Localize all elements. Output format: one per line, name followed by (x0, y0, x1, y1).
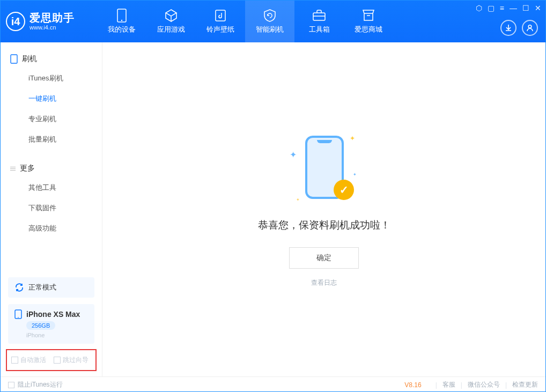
sidebar-heading-more[interactable]: 更多 (1, 159, 102, 177)
device-type: iPhone (26, 332, 45, 338)
shop-icon (361, 9, 375, 23)
sidebar-item-batch-flash[interactable]: 批量刷机 (1, 129, 102, 150)
nav-label: 我的设备 (108, 25, 136, 34)
music-icon (213, 9, 227, 23)
separator: | (436, 381, 437, 389)
sparkle-icon: ✦ (350, 135, 355, 142)
success-illustration: ✦ ✦ ✦ ✦ ✓ (286, 131, 361, 206)
phone-icon (115, 9, 129, 23)
auto-activate-checkbox[interactable]: 自动激活 (11, 356, 46, 365)
sidebar-item-other-tools[interactable]: 其他工具 (1, 177, 102, 198)
footer-link-update[interactable]: 检查更新 (512, 380, 538, 389)
toolbox-icon (312, 9, 326, 23)
menu-icon[interactable]: ≡ (500, 4, 504, 12)
mode-label: 正常模式 (28, 283, 56, 292)
nav-apps-games[interactable]: 应用游戏 (146, 1, 196, 42)
app-url: www.i4.cn (29, 24, 75, 31)
window-controls: ⬡ ▢ ≡ — ☐ ✕ (476, 4, 541, 12)
nav-label: 应用游戏 (157, 25, 185, 34)
nav-smart-flash[interactable]: 智能刷机 (245, 1, 294, 42)
list-icon (10, 167, 16, 171)
sparkle-icon: ✦ (290, 150, 297, 160)
version-label: V8.16 (404, 381, 421, 389)
app-name: 爱思助手 (29, 12, 75, 24)
sidebar-item-advanced[interactable]: 高级功能 (1, 218, 102, 239)
block-itunes-checkbox[interactable]: 阻止iTunes运行 (8, 380, 63, 389)
logo-icon: i4 (6, 12, 25, 31)
nav-label: 智能刷机 (256, 25, 284, 34)
device-icon (14, 309, 22, 319)
sparkle-icon: ✦ (296, 197, 300, 202)
device-capacity: 256GB (26, 321, 55, 330)
nav-toolbox[interactable]: 工具箱 (294, 1, 344, 42)
device-info-card[interactable]: iPhone XS Max 256GB iPhone (8, 304, 94, 344)
footer-link-wechat[interactable]: 微信公众号 (468, 380, 500, 389)
nav-shop[interactable]: 爱思商城 (344, 1, 393, 42)
sidebar-section-more: 更多 其他工具 下载固件 高级功能 (1, 152, 102, 241)
maximize-icon[interactable]: ☐ (522, 4, 529, 12)
body: 刷机 iTunes刷机 一键刷机 专业刷机 批量刷机 更多 其他工具 下载固件 … (1, 42, 545, 376)
confirm-button[interactable]: 确定 (289, 247, 359, 269)
nav-label: 爱思商城 (355, 25, 382, 34)
skip-guide-checkbox[interactable]: 跳过向导 (54, 356, 88, 365)
skin-icon[interactable]: ⬡ (476, 4, 482, 12)
view-log-link[interactable]: 查看日志 (311, 278, 337, 287)
footer-link-support[interactable]: 客服 (442, 380, 455, 389)
checkbox-label: 自动激活 (20, 356, 46, 365)
checkbox-icon (11, 357, 18, 364)
download-button[interactable] (500, 20, 517, 36)
checkbox-label: 阻止iTunes运行 (18, 380, 63, 389)
sidebar: 刷机 iTunes刷机 一键刷机 专业刷机 批量刷机 更多 其他工具 下载固件 … (1, 42, 102, 376)
svg-point-4 (528, 25, 532, 28)
main-content: ✦ ✦ ✦ ✦ ✓ 恭喜您，保资料刷机成功啦！ 确定 查看日志 (102, 42, 545, 376)
sidebar-item-pro-flash[interactable]: 专业刷机 (1, 109, 102, 129)
main-nav: 我的设备 应用游戏 铃声壁纸 智能刷机 工具箱 爱思商城 (97, 1, 393, 42)
heading-label: 更多 (20, 164, 35, 173)
nav-label: 铃声壁纸 (206, 25, 234, 34)
user-button[interactable] (522, 20, 538, 36)
svg-rect-5 (11, 55, 17, 63)
sidebar-item-download-fw[interactable]: 下载固件 (1, 198, 102, 218)
nav-label: 工具箱 (309, 25, 330, 34)
header: i4 爱思助手 www.i4.cn 我的设备 应用游戏 铃声壁纸 智能刷机 工具… (1, 1, 545, 42)
minimize-icon[interactable]: — (510, 4, 517, 12)
cube-icon (164, 9, 178, 23)
checkbox-icon (8, 382, 14, 388)
phone-outline-icon (10, 54, 18, 64)
svg-point-1 (121, 20, 122, 21)
nav-my-device[interactable]: 我的设备 (97, 1, 146, 42)
footer: 阻止iTunes运行 V8.16 | 客服 | 微信公众号 | 检查更新 (1, 376, 545, 392)
refresh-shield-icon (263, 9, 277, 23)
sparkle-icon: ✦ (353, 172, 357, 177)
separator: | (461, 381, 462, 389)
separator: | (505, 381, 507, 389)
success-message: 恭喜您，保资料刷机成功啦！ (258, 218, 390, 232)
header-right-buttons (500, 20, 538, 36)
device-name: iPhone XS Max (26, 310, 80, 319)
checkbox-label: 跳过向导 (63, 356, 88, 365)
check-circle-icon: ✓ (334, 180, 354, 200)
close-icon[interactable]: ✕ (535, 4, 541, 12)
svg-point-7 (18, 317, 19, 318)
logo-text: 爱思助手 www.i4.cn (29, 12, 75, 31)
flash-options-highlight: 自动激活 跳过向导 (6, 349, 97, 371)
nav-ring-wallpaper[interactable]: 铃声壁纸 (196, 1, 245, 42)
sidebar-item-oneclick-flash[interactable]: 一键刷机 (1, 88, 102, 109)
checkbox-icon (54, 357, 61, 364)
sidebar-item-itunes-flash[interactable]: iTunes刷机 (1, 68, 102, 88)
phone-small-icon[interactable]: ▢ (488, 4, 495, 12)
sidebar-heading-flash[interactable]: 刷机 (1, 50, 102, 68)
app-logo[interactable]: i4 爱思助手 www.i4.cn (6, 12, 97, 31)
sidebar-section-flash: 刷机 iTunes刷机 一键刷机 专业刷机 批量刷机 (1, 42, 102, 152)
svg-rect-3 (313, 13, 325, 20)
device-mode-card[interactable]: 正常模式 (8, 277, 94, 298)
heading-label: 刷机 (22, 54, 37, 64)
svg-rect-2 (216, 10, 225, 21)
sync-icon (14, 283, 24, 292)
